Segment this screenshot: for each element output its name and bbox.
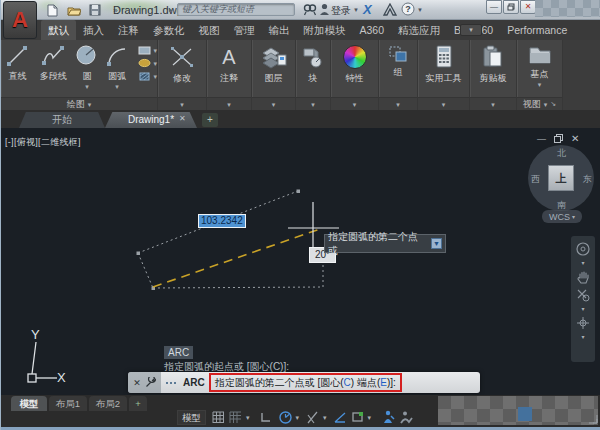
tab-performance[interactable]: Performance	[500, 20, 574, 40]
open-file-icon[interactable]	[66, 3, 81, 17]
block-panel-footer[interactable]: ▾	[296, 97, 330, 110]
view-panel-footer[interactable]: 视图▾↘	[517, 97, 562, 110]
clipboard-button[interactable]: 剪贴板	[480, 42, 507, 85]
minimize-button[interactable]: —	[486, 0, 502, 14]
modify-button[interactable]: 修改	[169, 42, 195, 85]
tab-close-icon[interactable]: ✕	[179, 114, 186, 123]
annotate-panel-footer[interactable]: ▾	[207, 97, 251, 110]
circle-tool-button[interactable]: 圆 ▾	[73, 42, 102, 90]
group-panel-footer[interactable]: ▾	[379, 97, 417, 110]
signin-caret-icon[interactable]: ▼	[353, 7, 359, 13]
viewcube[interactable]: 北 南 西 东 上	[528, 145, 594, 211]
resize-grip-icon[interactable]	[588, 414, 598, 424]
tab-a360[interactable]: A360	[353, 20, 392, 40]
ellipse-tool-button[interactable]: ▾	[138, 58, 157, 68]
tab-manage[interactable]: 管理	[227, 20, 262, 40]
snap-mode-icon[interactable]	[227, 410, 244, 425]
utilities-button[interactable]: 实用工具	[426, 42, 462, 85]
viewcube-north[interactable]: 北	[557, 147, 566, 160]
zoom-icon[interactable]	[576, 288, 590, 302]
hatch-tool-button[interactable]: ▾	[138, 71, 157, 82]
tab-view[interactable]: 视图	[192, 20, 227, 40]
layers-button[interactable]: 图层	[261, 42, 287, 85]
user-icon[interactable]	[319, 3, 330, 16]
arc-dropdown-icon[interactable]: ▾	[115, 83, 119, 90]
line-tool-button[interactable]: 直线	[1, 42, 34, 83]
close-button[interactable]: ✕	[520, 0, 536, 14]
properties-button[interactable]: 特性	[343, 42, 367, 85]
arc-tool-button[interactable]: 圆弧 ▾	[102, 42, 133, 90]
layers-panel-footer[interactable]: ▾	[252, 97, 295, 110]
object-snap-icon[interactable]	[349, 410, 366, 425]
doc-close-icon[interactable]: ✕	[571, 133, 579, 144]
customize-wrench-icon[interactable]	[145, 377, 156, 388]
sign-in-button[interactable]: 登录	[331, 4, 351, 18]
model-space-toggle[interactable]: 模型	[177, 410, 206, 425]
ortho-mode-icon[interactable]	[258, 410, 273, 425]
tab-parametric[interactable]: 参数化	[146, 20, 192, 40]
drawing-canvas[interactable]: [-][俯视][二维线框] — ✕ 北 南 西 东 上 WCS▾ ▾ ▾ ▾	[1, 128, 600, 395]
command-prompt-highlight[interactable]: 指定圆弧的第二个点或 [圆心(C) 端点(E)]:	[209, 373, 402, 392]
polyline-tool-button[interactable]: 多段线	[34, 42, 73, 83]
circle-dropdown-icon[interactable]: ▾	[85, 83, 89, 90]
snap-caret-icon[interactable]: ▾	[244, 410, 252, 425]
basepoint-dropdown-icon[interactable]: ▾	[538, 81, 542, 88]
autoscale-icon[interactable]	[397, 410, 415, 425]
autodesk-apps-icon[interactable]	[383, 3, 397, 16]
utilities-panel-footer[interactable]: ▾	[418, 97, 469, 110]
viewcube-top-face[interactable]: 上	[548, 165, 574, 191]
command-close-icon[interactable]: ✕	[133, 378, 141, 388]
annotation-visibility-icon[interactable]	[379, 410, 397, 425]
viewport-controls[interactable]: [-][俯视][二维线框]	[5, 136, 81, 149]
isodraft-icon[interactable]	[304, 410, 321, 425]
steering-wheel-icon[interactable]	[576, 242, 590, 256]
grid-display-icon[interactable]	[210, 410, 227, 425]
viewcube-east[interactable]: 东	[583, 173, 592, 186]
object-snap-tracking-icon[interactable]	[332, 410, 349, 425]
tab-addins[interactable]: 附加模块	[297, 20, 353, 40]
help-caret-icon[interactable]: ▼	[417, 7, 423, 13]
help-icon[interactable]: ?	[401, 2, 415, 16]
properties-panel-footer[interactable]: ▾	[331, 97, 378, 110]
annotate-button[interactable]: A 注释	[217, 42, 241, 85]
new-tab-button[interactable]: +	[202, 113, 218, 127]
tab-featured-apps[interactable]: 精选应用	[391, 20, 447, 40]
option-end[interactable]: E	[380, 377, 387, 388]
command-line-bar[interactable]: ✕ ARC 指定圆弧的第二个点或 [圆心(C) 端点(E)]:	[128, 372, 480, 393]
group-button[interactable]: 组	[388, 42, 408, 79]
panel-launcher-icon[interactable]: ↘	[550, 100, 556, 108]
tab-annotate[interactable]: 注释	[111, 20, 146, 40]
polar-tracking-icon[interactable]	[277, 410, 294, 425]
block-button[interactable]: 块	[301, 42, 325, 85]
file-tab-start[interactable]: 开始	[19, 112, 105, 128]
rectangle-tool-button[interactable]: ▾	[138, 45, 157, 55]
maximize-button[interactable]	[503, 0, 519, 14]
doc-minimize-icon[interactable]: —	[537, 134, 546, 144]
osnap-caret-icon[interactable]: ▾	[366, 410, 374, 425]
tooltip-dropdown-icon[interactable]: ▼	[431, 238, 442, 249]
dynamic-input-distance[interactable]: 103.2342	[198, 214, 246, 228]
title-caret-icon[interactable]: ▸	[169, 6, 173, 14]
polar-caret-icon[interactable]: ▾	[294, 410, 302, 425]
doc-restore-icon[interactable]	[554, 134, 563, 143]
draw-panel-footer[interactable]: 绘图▾	[1, 97, 157, 110]
save-icon[interactable]	[87, 3, 102, 17]
modify-panel-footer[interactable]: ▾	[158, 97, 206, 110]
pan-hand-icon[interactable]	[577, 270, 590, 284]
viewcube-west[interactable]: 西	[531, 173, 540, 186]
application-menu-button[interactable]: A	[3, 1, 37, 39]
tab-default[interactable]: 默认	[41, 20, 76, 40]
exchange-apps-icon[interactable]: X	[363, 2, 372, 17]
tab-output[interactable]: 输出	[262, 20, 297, 40]
option-center[interactable]: C	[344, 377, 351, 388]
isodraft-caret-icon[interactable]: ▾	[321, 410, 329, 425]
orbit-icon[interactable]	[576, 316, 590, 330]
tab-insert[interactable]: 插入	[76, 20, 111, 40]
search-input[interactable]: 键入关键字或短语	[177, 3, 295, 16]
new-file-icon[interactable]	[45, 3, 60, 17]
recent-commands-icon[interactable]	[166, 382, 176, 384]
basepoint-button[interactable]: 基点 ▾	[528, 42, 552, 88]
wcs-selector[interactable]: WCS▾	[542, 210, 582, 223]
search-icon[interactable]	[303, 3, 317, 16]
ribbon-display-toggle[interactable]: ▾	[460, 24, 482, 36]
